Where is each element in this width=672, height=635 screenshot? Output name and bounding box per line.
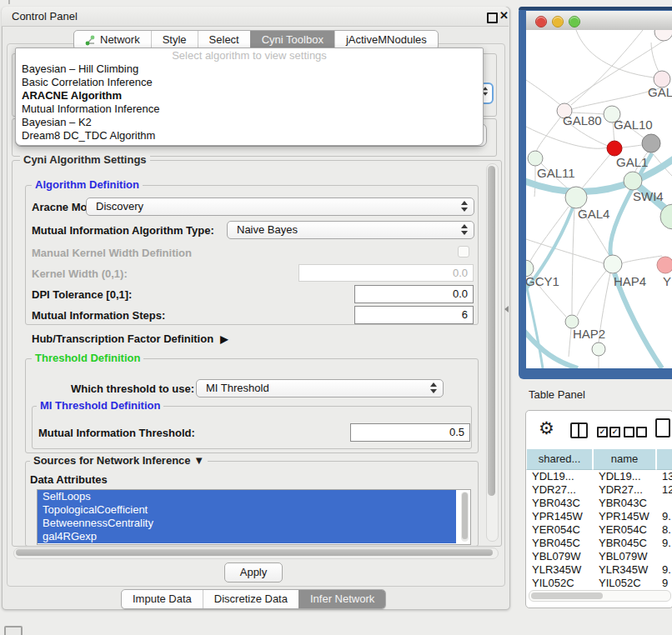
network-edge[interactable] [651,42,659,73]
algorithm-option[interactable]: ARACNE Algorithm [16,89,483,102]
network-node[interactable] [604,255,622,273]
network-edge[interactable] [526,328,578,368]
table-cell[interactable]: 13 [656,470,672,483]
mac-zoom-icon[interactable] [569,16,580,28]
tab-impute-data[interactable]: Impute Data [122,590,203,608]
dpi-tolerance-field[interactable]: 0.0 [354,285,474,303]
table-cell[interactable]: YER054C [593,523,656,537]
select-all-check-icon[interactable]: ✓ [597,427,608,438]
table-cell[interactable]: YDL19... [593,470,656,483]
settings-vscrollbar-thumb[interactable] [488,166,495,496]
mi-type-combo[interactable]: Naive Bayes [227,221,474,239]
table-cell[interactable]: YBR043C [593,497,656,510]
table-cell[interactable]: YLR345W [593,563,656,577]
which-threshold-combo[interactable]: MI Threshold [196,379,444,398]
table-row[interactable]: YER054CYER054C8. [526,523,672,537]
network-node[interactable] [642,134,660,152]
algorithm-option[interactable]: Bayesian – K2 [16,116,483,129]
float-window-icon[interactable] [487,12,498,23]
network-edge[interactable] [526,239,604,263]
algorithm-option[interactable]: Dream8 DC_TDC Algorithm [16,129,483,142]
network-node[interactable] [592,342,605,356]
deselect-all-icon[interactable] [624,427,634,438]
hub-definition-toggle[interactable]: Hub/Transcription Factor Definition▶ [32,332,228,345]
mac-close-icon[interactable] [535,16,547,28]
table-cell[interactable]: YDR27... [593,483,656,497]
table-row[interactable]: YBL079WYBL079W [526,550,672,563]
table-cell[interactable]: YDR27... [526,483,593,497]
network-edge[interactable] [536,118,560,152]
tab-infer-network[interactable]: Infer Network [298,590,385,608]
table-cell[interactable]: 9. [656,537,672,550]
network-canvas[interactable]: GALGAL80GAL10GAL1GAL11SWI4GAL4GCY1HAP4YH… [526,30,672,368]
network-node[interactable] [528,151,543,166]
export-table-icon[interactable] [655,418,670,438]
attribute-list-item-selected[interactable]: gal4RGexp [38,530,456,543]
table-cell[interactable]: 9. [656,563,672,577]
algorithm-option[interactable]: Basic Correlation Inference [16,76,483,89]
network-edge[interactable] [572,208,574,314]
network-edge[interactable] [576,30,654,78]
table-row[interactable]: YDR27...YDR27...12 [526,483,672,497]
table-cell[interactable]: YBL079W [593,550,656,563]
tab-select[interactable]: Select [198,31,250,49]
table-cell[interactable]: 9 [656,577,672,588]
network-edge[interactable] [577,271,606,316]
tab-jactivemnodules[interactable]: jActiveMNodules [334,31,438,49]
table-row[interactable]: YBR045CYBR045C9. [526,537,672,550]
table-row[interactable]: YDL19...YDL19...13 [526,470,672,483]
close-icon[interactable]: ✕ [499,9,509,22]
network-edge[interactable] [526,127,607,148]
settings-hscrollbar-thumb[interactable] [16,549,493,556]
table-cell[interactable]: YER054C [526,523,593,537]
mi-steps-field[interactable]: 6 [354,306,474,324]
mac-minimize-icon[interactable] [552,16,564,28]
network-node[interactable] [654,30,672,41]
table-cell[interactable]: YIL052C [593,577,656,588]
select-all-check-icon[interactable]: ✓ [609,427,620,438]
table-cell[interactable]: 8. [656,523,672,537]
tab-style[interactable]: Style [151,31,198,49]
network-edge[interactable] [622,256,662,263]
mi-threshold-field[interactable]: 0.5 [350,423,470,442]
table-cell[interactable]: 9. [656,510,672,523]
data-attributes-list[interactable]: SelfLoopsTopologicalCoefficientBetweenne… [37,489,471,545]
attribute-list-item-selected[interactable]: SelfLoops [38,490,456,503]
table-row[interactable]: YBR043CYBR043C [526,497,672,510]
table-hscrollbar[interactable] [529,590,671,602]
algorithm-option[interactable]: Bayesian – Hill Climbing [16,62,483,76]
network-window-titlebar[interactable] [526,11,672,31]
table-cell[interactable]: YPR145W [526,510,593,523]
table-row[interactable]: YPR145WYPR145W9. [526,510,672,523]
columns-icon[interactable] [570,422,588,438]
network-edge[interactable] [526,80,563,107]
taskbar-mini-icon[interactable] [4,626,23,635]
table-row[interactable]: YLR345WYLR345W9. [526,563,672,577]
network-node[interactable] [565,187,587,208]
attribute-list-item-selected[interactable]: TopologicalCoefficient [38,503,456,517]
table-cell[interactable]: YBL079W [526,550,593,563]
kernel-width-field[interactable]: 0.0 [298,264,474,282]
network-node[interactable] [657,257,672,273]
network-edge[interactable] [569,328,571,357]
table-cell[interactable]: 12 [656,483,672,497]
algorithm-option[interactable]: Mutual Information Inference [16,102,483,116]
table-cell[interactable] [656,497,672,510]
aracne-mode-combo[interactable]: Discovery [86,198,474,216]
gear-icon[interactable]: ⚙ [539,418,554,438]
table-cell[interactable]: YLR345W [526,563,593,577]
table-cell[interactable]: YBR045C [526,537,593,550]
table-column-header[interactable]: name [593,448,656,470]
network-node[interactable] [607,141,622,156]
tab-discretize-data[interactable]: Discretize Data [203,590,298,608]
tab-cyni-toolbox[interactable]: Cyni Toolbox [250,31,334,49]
network-node[interactable] [624,172,642,190]
table-column-header[interactable]: A [656,448,672,470]
table-column-header[interactable]: shared... [526,448,593,470]
table-cell[interactable] [656,550,672,563]
table-cell[interactable]: YBR043C [526,497,593,510]
table-row[interactable]: YIL052CYIL052C9 [526,577,672,588]
network-edge[interactable] [622,145,642,148]
table-cell[interactable]: YPR145W [593,510,656,523]
table-cell[interactable]: YBR045C [593,537,656,550]
